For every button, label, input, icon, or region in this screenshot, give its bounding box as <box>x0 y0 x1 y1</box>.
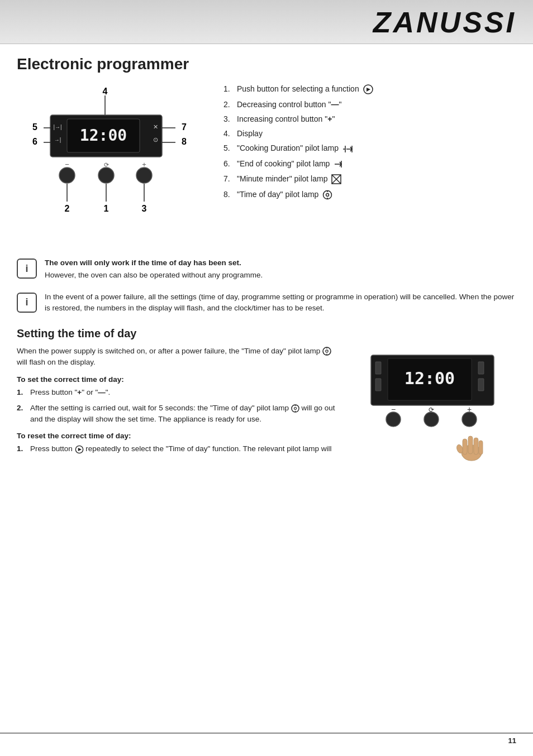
label-6: 6 <box>32 137 37 146</box>
info-icon-2: i <box>17 293 37 313</box>
setting-diagram: 12:00 − ⟳ + <box>360 327 505 484</box>
label-4: 4 <box>103 87 108 96</box>
info-box-2: i In the event of a power failure, all t… <box>17 291 516 314</box>
info-icon-1: i <box>17 259 37 279</box>
svg-point-15 <box>98 168 114 183</box>
page-number: 11 <box>508 736 516 745</box>
svg-point-59 <box>462 412 477 427</box>
info-box-1: i The oven will only work if the time of… <box>17 257 516 281</box>
step-2-1: 1. Press button repeatedly to select the… <box>17 443 343 454</box>
svg-rect-48 <box>375 362 381 374</box>
setting-section: Setting the time of day When the power s… <box>17 327 516 485</box>
setting-title: Setting the time of day <box>17 327 343 340</box>
label-2: 2 <box>65 204 70 213</box>
end-cooking-icon <box>334 160 345 169</box>
list-item-5: 5. "Cooking Duration" pilot lamp <box>223 143 516 153</box>
info-text-1: The oven will only work if the time of d… <box>45 257 263 281</box>
label-1: 1 <box>104 204 109 213</box>
list-item-6: 6. "End of cooking" pilot lamp <box>223 159 516 169</box>
setting-left: Setting the time of day When the power s… <box>17 327 343 485</box>
svg-text:✕: ✕ <box>153 123 158 130</box>
svg-rect-53 <box>478 379 484 391</box>
main-content: Electronic programmer 4 12:00 |→| →| <box>0 44 533 496</box>
info-text-2: In the event of a power failure, all the… <box>45 291 516 314</box>
step-list-2: 1. Press button repeatedly to select the… <box>17 443 343 454</box>
svg-rect-64 <box>479 441 483 454</box>
list-item-4: 4. Display <box>223 129 516 138</box>
bottom-line <box>0 733 533 734</box>
page-header: ZANUSSI <box>0 0 533 44</box>
svg-text:|→|: |→| <box>53 124 61 130</box>
time-of-day-icon <box>322 190 332 200</box>
info-section: i The oven will only work if the time of… <box>17 257 516 314</box>
svg-text:⟳: ⟳ <box>104 161 109 168</box>
svg-rect-49 <box>375 379 381 391</box>
svg-point-16 <box>136 168 152 183</box>
svg-text:→|: →| <box>54 137 61 143</box>
svg-rect-52 <box>478 362 484 374</box>
svg-point-14 <box>59 168 75 183</box>
svg-rect-61 <box>463 439 467 454</box>
label-3: 3 <box>142 204 147 213</box>
diagram-area: 4 12:00 |→| →| ✕ ⊙ 5 <box>17 84 207 241</box>
info-bold-1: The oven will only work if the time of d… <box>45 257 263 269</box>
features-list: 1. Push button for selecting a function … <box>223 84 516 241</box>
list-item-3: 3. Increasing control button "+" <box>223 114 516 123</box>
list-item-7: 7. "Minute minder" pilot lamp <box>223 174 516 184</box>
page-title: Electronic programmer <box>17 55 516 73</box>
svg-text:12:00: 12:00 <box>404 369 455 388</box>
list-item-2: 2. Decreasing control button "—" <box>223 100 516 109</box>
svg-rect-62 <box>468 436 473 454</box>
display-time: 12:00 <box>80 126 127 145</box>
select-function-icon <box>363 84 373 94</box>
setting-intro: When the power supply is switched on, or… <box>17 346 343 369</box>
setting-right: 12:00 − ⟳ + <box>360 327 516 485</box>
list-item-1: 1. Push button for selecting a function <box>223 84 516 94</box>
brand-logo: ZANUSSI <box>373 6 516 39</box>
svg-point-43 <box>294 407 296 409</box>
subsection1-title: To set the correct time of day: <box>17 375 343 384</box>
subsection2-title: To reset the correct time of day: <box>17 432 343 440</box>
list-item-8: 8. "Time of day" pilot lamp <box>223 190 516 200</box>
step-1-1: 1. Press button "+" or "—". <box>17 387 343 398</box>
programmer-diagram: 4 12:00 |→| →| ✕ ⊙ 5 <box>17 84 196 241</box>
label-5: 5 <box>32 122 37 132</box>
top-section: 4 12:00 |→| →| ✕ ⊙ 5 <box>17 84 516 241</box>
step-list-1: 1. Press button "+" or "—". 2. After the… <box>17 387 343 425</box>
svg-text:⊙: ⊙ <box>153 136 158 143</box>
svg-point-57 <box>386 412 401 427</box>
step-1-2: 2. After the setting is carried out, wai… <box>17 403 343 425</box>
info-normal-1: However, the oven can also be operated w… <box>45 271 263 279</box>
svg-point-39 <box>326 350 328 352</box>
select-func-inline-icon <box>75 445 84 454</box>
svg-point-35 <box>326 194 329 197</box>
label-7: 7 <box>182 122 187 132</box>
svg-rect-63 <box>474 438 478 454</box>
label-8: 8 <box>182 137 187 146</box>
info-normal-2: In the event of a power failure, all the… <box>45 293 514 312</box>
svg-point-58 <box>424 412 439 427</box>
minute-minder-icon <box>331 174 341 184</box>
time-day-inline-icon <box>322 347 331 356</box>
hand-illustration <box>456 436 483 461</box>
cooking-duration-icon <box>342 145 356 154</box>
time-day-inline-icon2 <box>291 404 299 413</box>
